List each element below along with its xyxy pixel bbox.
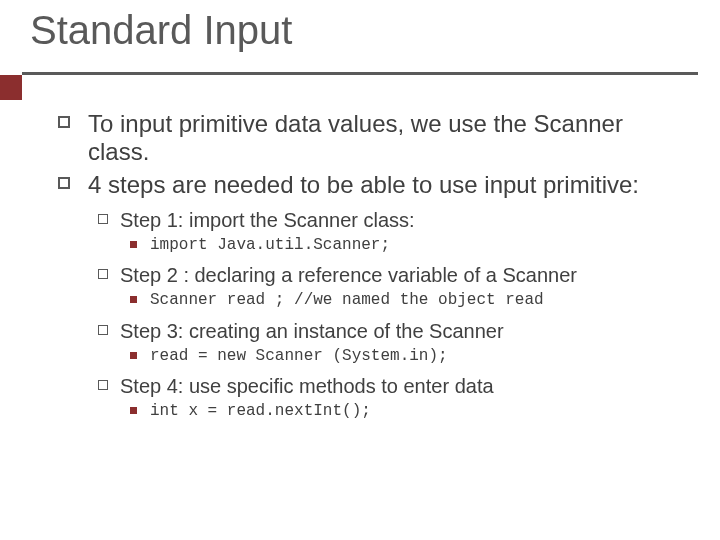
bullet-l2-step3: Step 3: creating an instance of the Scan… [58,320,688,343]
square-open-icon [98,214,108,224]
square-open-icon [58,177,70,189]
bullet-text: To input primitive data values, we use t… [88,110,623,165]
bullet-text: 4 steps are needed to be able to use inp… [88,171,639,198]
bullet-l2-step1: Step 1: import the Scanner class: [58,209,688,232]
bullet-l3-code: int x = read.nextInt(); [58,402,688,420]
bullet-l3-code: import Java.util.Scanner; [58,236,688,254]
bullet-l2-step4: Step 4: use specific methods to enter da… [58,375,688,398]
square-open-icon [98,380,108,390]
square-fill-icon [130,352,137,359]
square-open-icon [58,116,70,128]
bullet-text: Step 4: use specific methods to enter da… [120,375,494,397]
slide-body: To input primitive data values, we use t… [58,110,688,428]
square-open-icon [98,325,108,335]
code-text: read = new Scanner (System.in); [150,347,448,365]
title-divider [22,72,698,75]
square-fill-icon [130,296,137,303]
bullet-l3-code: Scanner read ; //we named the object rea… [58,291,688,309]
square-open-icon [98,269,108,279]
bullet-l1: 4 steps are needed to be able to use inp… [58,171,688,199]
bullet-text: Step 1: import the Scanner class: [120,209,415,231]
code-text: int x = read.nextInt(); [150,402,371,420]
bullet-text: Step 2 : declaring a reference variable … [120,264,577,286]
square-fill-icon [130,241,137,248]
code-text: Scanner read ; //we named the object rea… [150,291,544,309]
bullet-l3-code: read = new Scanner (System.in); [58,347,688,365]
square-fill-icon [130,407,137,414]
bullet-text: Step 3: creating an instance of the Scan… [120,320,504,342]
bullet-l1: To input primitive data values, we use t… [58,110,688,165]
slide: Standard Input To input primitive data v… [0,0,720,540]
accent-block [0,75,22,100]
code-text: import Java.util.Scanner; [150,236,390,254]
slide-title: Standard Input [30,8,292,53]
bullet-l2-step2: Step 2 : declaring a reference variable … [58,264,688,287]
